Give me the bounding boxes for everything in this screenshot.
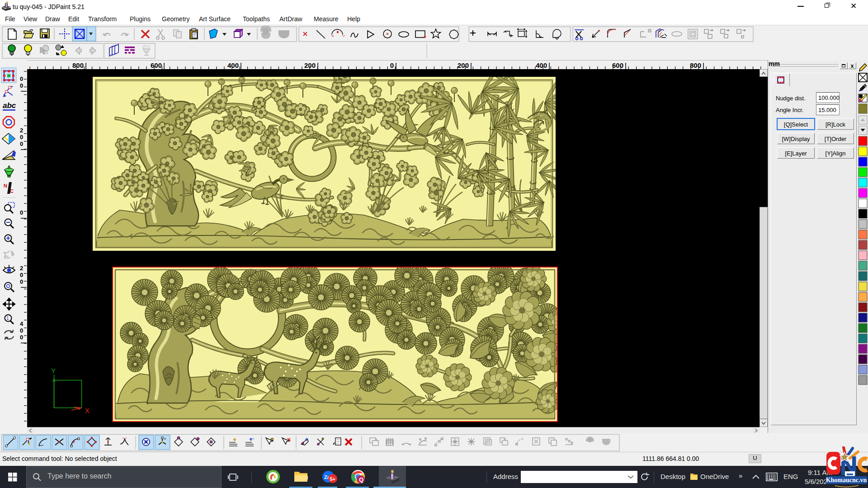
svg-text:0: 0 [390,61,394,69]
svg-text:N: N [4,183,7,188]
svg-text:Khomaucnc.vn: Khomaucnc.vn [826,477,867,483]
svg-text:1: 1 [6,316,9,321]
svg-text:2: 2 [20,127,23,134]
svg-text:C: C [10,188,14,194]
svg-text:0: 0 [20,209,23,216]
svg-text:0: 0 [20,272,23,278]
svg-text:0: 0 [20,82,23,89]
svg-text:600: 600 [151,61,162,69]
svg-text:200: 200 [304,61,316,69]
svg-text:4: 4 [20,320,24,327]
svg-text:600: 600 [612,61,623,69]
svg-text:0: 0 [20,141,23,147]
svg-text:0: 0 [20,278,23,285]
svg-text:400: 400 [227,61,239,69]
svg-text:X: X [85,407,90,414]
svg-text:0: 0 [20,327,23,334]
svg-text:abc: abc [3,101,16,110]
svg-text:800: 800 [72,61,84,69]
svg-text:0: 0 [20,334,23,341]
svg-text:200: 200 [458,61,469,69]
svg-text:0: 0 [20,134,23,141]
svg-text:2: 2 [20,265,23,272]
svg-text:800: 800 [690,61,701,69]
svg-text:x: x [164,436,166,441]
svg-text:Y: Y [51,367,56,375]
svg-text:0: 0 [20,75,23,82]
svg-text:5+: 5+ [330,476,336,482]
svg-text:400: 400 [536,61,547,69]
svg-text:Q: Q [359,476,363,483]
